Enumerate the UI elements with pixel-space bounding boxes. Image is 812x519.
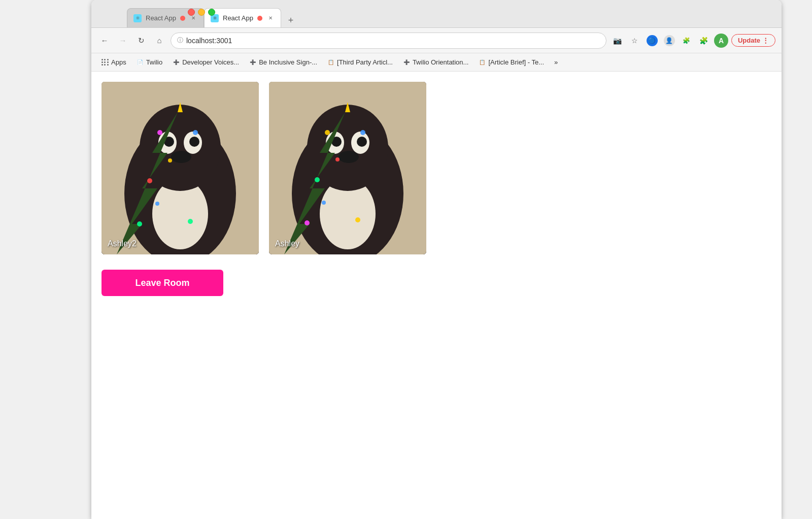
bookmarks-more[interactable]: » [550, 56, 562, 68]
bookmark-twilioorientation[interactable]: ➕ Twilio Orientation... [399, 56, 473, 68]
camera-icon[interactable]: 📷 [611, 34, 625, 48]
extensions-button[interactable]: 🧩 [697, 34, 711, 48]
address-bar[interactable]: ⓘ localhost:3001 [171, 33, 606, 49]
tab-1-favicon: ⚛ [133, 14, 142, 22]
svg-point-16 [193, 130, 198, 135]
extension-icon-2[interactable]: 🧩 [680, 34, 694, 48]
svg-point-14 [157, 130, 162, 135]
tab-1-title: React App [146, 14, 176, 22]
video-bg-ashley2 [101, 82, 259, 254]
bookmarks-bar: Apps 📄 Twilio ➕ Developer Voices... ➕ Be… [91, 53, 782, 72]
svg-point-26 [339, 151, 359, 163]
svg-point-3 [140, 105, 221, 191]
tab-2[interactable]: ⚛ React App ✕ [204, 8, 281, 27]
minimize-traffic-light[interactable] [198, 9, 205, 16]
svg-point-17 [188, 219, 193, 224]
reload-button[interactable]: ↻ [134, 34, 148, 48]
bookmark-twilio[interactable]: 📄 Twilio [132, 56, 167, 68]
home-button[interactable]: ⌂ [152, 34, 166, 48]
back-button[interactable]: ← [97, 34, 112, 48]
bookmark-twilioorientation-label: Twilio Orientation... [413, 58, 469, 66]
thirdparty-favicon: 📋 [327, 59, 334, 66]
leave-room-label: Leave Room [135, 278, 189, 288]
svg-point-21 [307, 105, 388, 191]
svg-point-34 [360, 130, 365, 135]
svg-point-7 [189, 137, 199, 147]
bookmark-star-icon[interactable]: ☆ [628, 34, 642, 48]
tab-2-title: React App [223, 14, 253, 22]
svg-point-28 [304, 220, 310, 225]
svg-point-32 [325, 130, 330, 135]
new-tab-button[interactable]: + [284, 13, 298, 27]
bookmark-devvoices-label: Developer Voices... [182, 58, 239, 66]
video-tile-ashley2: Ashley2 [101, 82, 259, 254]
tab-2-record-indicator [257, 16, 262, 21]
traffic-lights [188, 9, 215, 16]
articlebrief-favicon: 📋 [479, 59, 486, 66]
bookmark-beinclusive-label: Be Inclusive Sign-... [259, 58, 317, 66]
participant-label-ashley2: Ashley2 [108, 239, 137, 248]
maximize-traffic-light[interactable] [208, 9, 215, 16]
bookmark-articlebrief-label: [Article Brief] - Te... [488, 58, 544, 66]
beinclusive-favicon: ➕ [249, 59, 256, 66]
security-icon: ⓘ [177, 36, 183, 45]
svg-point-29 [322, 201, 326, 205]
video-grid: Ashley2 [101, 82, 771, 254]
svg-point-25 [357, 137, 367, 147]
bookmark-apps-label: Apps [111, 58, 126, 66]
svg-point-11 [155, 202, 159, 206]
bookmark-apps[interactable]: Apps [97, 56, 130, 68]
nav-right: 📷 ☆ 🔵 👤 🧩 🧩 A Update ⋮ [611, 34, 775, 48]
video-content-ashley2 [101, 82, 259, 254]
close-traffic-light[interactable] [188, 9, 195, 16]
participant-label-ashley: Ashley [275, 239, 299, 248]
bookmarks-more-label: » [554, 58, 558, 66]
update-button[interactable]: Update ⋮ [731, 34, 775, 47]
forward-button[interactable]: → [116, 34, 130, 48]
svg-point-13 [168, 158, 172, 163]
profile-icon[interactable]: 🔵 [645, 34, 659, 48]
svg-point-10 [137, 221, 142, 226]
bookmark-beinclusive[interactable]: ➕ Be Inclusive Sign-... [245, 56, 321, 68]
tab-2-close[interactable]: ✕ [266, 14, 275, 22]
bookmark-thirdparty-label: [Third Party Articl... [337, 58, 393, 66]
browser-window: ⚛ React App ✕ ⚛ React App ✕ + ← → ↻ ⌂ ⓘ … [91, 0, 782, 519]
address-text: localhost:3001 [186, 37, 232, 45]
page-content: Ashley2 [91, 72, 782, 519]
extension-icon-1[interactable]: 👤 [662, 34, 676, 48]
svg-point-12 [147, 178, 152, 183]
svg-point-31 [335, 157, 340, 161]
svg-point-30 [315, 177, 320, 182]
bookmark-articlebrief[interactable]: 📋 [Article Brief] - Te... [475, 56, 548, 68]
video-tile-ashley: Ashley [269, 82, 426, 254]
devvoices-favicon: ➕ [173, 59, 180, 66]
svg-point-35 [355, 217, 360, 222]
video-bg-ashley [269, 82, 426, 254]
video-content-ashley [269, 82, 426, 254]
svg-point-8 [171, 151, 191, 163]
user-avatar[interactable]: A [714, 34, 728, 48]
nav-bar: ← → ↻ ⌂ ⓘ localhost:3001 📷 ☆ 🔵 👤 🧩 🧩 A U… [91, 28, 782, 53]
leave-room-button[interactable]: Leave Room [101, 270, 223, 296]
tab-1-record-indicator [180, 16, 185, 21]
twilioorientation-favicon: ➕ [403, 59, 410, 66]
apps-grid-icon [101, 59, 109, 66]
twilio-favicon: 📄 [137, 59, 144, 66]
update-chevron-icon: ⋮ [762, 37, 769, 44]
bookmark-twilio-label: Twilio [146, 58, 163, 66]
update-label: Update [738, 37, 760, 44]
bookmark-devvoices[interactable]: ➕ Developer Voices... [168, 56, 243, 68]
bookmark-thirdparty[interactable]: 📋 [Third Party Articl... [323, 56, 397, 68]
